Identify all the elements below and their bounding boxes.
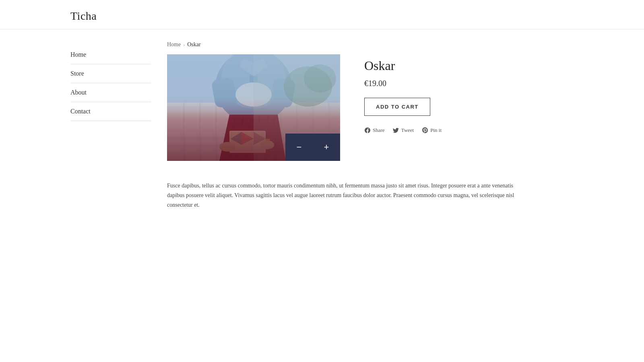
svg-rect-6 [167, 129, 340, 131]
product-name: Oskar [364, 58, 574, 73]
sidebar-item-about[interactable]: About [70, 83, 151, 102]
product-price: €19.00 [364, 79, 574, 88]
svg-rect-3 [167, 103, 340, 106]
main-content: Home › Oskar [151, 41, 574, 210]
svg-point-24 [235, 82, 272, 107]
sidebar-item-store[interactable]: Store [70, 64, 151, 83]
svg-rect-4 [167, 113, 340, 115]
site-header: Ticha [0, 0, 644, 29]
svg-point-43 [304, 64, 336, 93]
svg-point-19 [215, 54, 292, 123]
sidebar-nav: Home Store About Contact [70, 41, 151, 210]
svg-rect-9 [183, 103, 185, 161]
product-image-wrapper: − + [167, 54, 340, 161]
pinterest-label: Pin it [430, 127, 442, 134]
sidebar-link-about[interactable]: About [70, 83, 151, 102]
svg-point-42 [284, 66, 332, 107]
social-share: Share Tweet [364, 127, 574, 134]
product-info: Oskar €19.00 ADD TO CART Share [364, 54, 574, 134]
svg-rect-40 [263, 142, 271, 143]
facebook-icon [364, 127, 371, 134]
svg-line-27 [246, 115, 252, 161]
sidebar-link-store[interactable]: Store [70, 64, 151, 83]
product-section: − + Oskar €19.00 ADD TO CART [167, 54, 574, 161]
svg-rect-32 [231, 132, 264, 152]
twitter-share-link[interactable]: Tweet [393, 127, 414, 134]
svg-rect-21 [250, 66, 258, 103]
svg-marker-34 [254, 132, 266, 145]
breadcrumb-current: Oskar [187, 41, 200, 48]
svg-rect-39 [264, 139, 270, 140]
sidebar-link-home[interactable]: Home [70, 45, 151, 64]
pinterest-icon [422, 127, 428, 134]
svg-marker-36 [254, 132, 266, 145]
svg-point-38 [260, 140, 274, 149]
pinterest-share-link[interactable]: Pin it [422, 127, 442, 134]
breadcrumb-home-link[interactable]: Home [167, 41, 181, 48]
svg-rect-1 [167, 54, 340, 111]
svg-marker-33 [242, 132, 254, 145]
twitter-label: Tweet [401, 127, 414, 134]
site-title: Ticha [70, 10, 574, 23]
svg-rect-31 [229, 131, 266, 153]
facebook-share-link[interactable]: Share [364, 127, 385, 134]
svg-rect-11 [215, 103, 217, 161]
svg-line-25 [229, 115, 235, 161]
svg-rect-22 [211, 77, 237, 108]
breadcrumb-separator: › [183, 42, 185, 48]
svg-rect-10 [199, 103, 201, 161]
add-to-cart-button[interactable]: ADD TO CART [364, 98, 430, 116]
breadcrumb: Home › Oskar [167, 41, 574, 48]
image-prev-button[interactable]: − [285, 134, 313, 161]
facebook-label: Share [373, 127, 385, 134]
sidebar-item-home[interactable]: Home [70, 45, 151, 64]
twitter-icon [393, 127, 399, 134]
product-description: Fusce dapibus, tellus ac cursus commodo,… [167, 181, 517, 210]
svg-line-26 [235, 115, 244, 161]
svg-rect-13 [248, 103, 249, 161]
svg-marker-35 [231, 132, 242, 145]
svg-line-28 [256, 115, 260, 161]
image-nav-overlay: − + [285, 134, 340, 161]
image-next-button[interactable]: + [313, 134, 340, 161]
svg-rect-14 [264, 103, 265, 161]
svg-line-30 [274, 115, 277, 161]
svg-point-20 [221, 54, 286, 109]
svg-rect-15 [280, 103, 281, 161]
svg-point-37 [219, 142, 235, 152]
svg-rect-12 [231, 103, 233, 161]
main-layout: Home Store About Contact Home › Oskar [0, 29, 644, 210]
svg-rect-23 [269, 77, 296, 108]
sidebar-item-contact[interactable]: Contact [70, 102, 151, 121]
svg-line-29 [267, 115, 268, 161]
svg-rect-5 [167, 121, 340, 123]
sidebar-link-contact[interactable]: Contact [70, 102, 151, 121]
